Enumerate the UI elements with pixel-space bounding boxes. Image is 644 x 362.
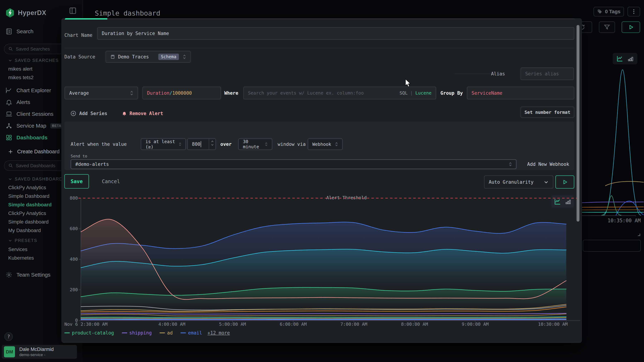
x-tick-label: 9:00:00 AM [462, 322, 489, 327]
text-caret [201, 141, 201, 147]
avatar: DM [4, 346, 15, 357]
circle-plus-icon [70, 110, 76, 117]
saved-searches-header[interactable]: SAVED SEARCHES [8, 58, 59, 63]
x-tick-label: 8:00:00 AM [401, 322, 428, 327]
timeseries-chart[interactable] [78, 197, 580, 323]
run-query-button-background[interactable] [622, 21, 640, 33]
x-tick-label: Nov 6 2:30:00 AM [64, 322, 108, 327]
preset-item-services[interactable]: Services [8, 247, 27, 252]
create-dashboard-button[interactable]: Create Dashboard [8, 149, 60, 155]
add-series-button[interactable]: Add Series [70, 108, 107, 118]
alias-input[interactable]: Series alias [520, 68, 574, 80]
sidebar-item-search[interactable]: Search [5, 28, 34, 35]
sidebar-item-chart-explorer[interactable]: Chart Explorer [5, 87, 51, 94]
data-source-select[interactable]: Demo Traces Schema [106, 51, 191, 63]
saved-dashboard-item[interactable]: Simple dashboard [8, 219, 49, 225]
saved-search-item[interactable]: mikes tets2 [8, 75, 34, 80]
granularity-select[interactable]: Auto Granularity [484, 176, 553, 188]
gear-icon [5, 271, 12, 278]
field-input[interactable]: Duration/1000000 [142, 87, 221, 99]
group-by-label: Group By [440, 87, 464, 99]
saved-dashboard-item[interactable]: ClickPy Analytics [8, 210, 46, 216]
schema-badge[interactable]: Schema [158, 54, 179, 60]
resize-handle-icon[interactable] [636, 232, 641, 237]
chevron-down-icon [8, 58, 12, 62]
help-button[interactable]: ? [4, 332, 13, 341]
bar-chart-icon [627, 55, 634, 62]
tag-icon [597, 9, 602, 14]
sidebar-item-client-sessions[interactable]: Client Sessions [5, 110, 54, 118]
sidebar-item-service-map[interactable]: Service Map BETA [5, 122, 63, 129]
bell-icon [5, 99, 12, 106]
legend-item-email[interactable]: email [180, 330, 202, 336]
kebab-menu-button[interactable] [628, 7, 640, 16]
presets-header[interactable]: PRESETS [8, 238, 37, 243]
remove-alert-button[interactable]: Remove Alert [122, 108, 163, 118]
chart-name-label: Chart Name [64, 29, 92, 41]
user-name: Dale McDiarmid [19, 347, 54, 352]
legend-label: shipping [129, 330, 152, 336]
legend-label: ad [167, 330, 173, 336]
header-divider [83, 0, 83, 18]
series-line-series-16 [81, 319, 566, 320]
saved-dashboard-item[interactable]: ClickPy Analytics [8, 185, 46, 190]
x-tick-label: 4:00:00 AM [158, 322, 185, 327]
alert-suffix: window via [278, 141, 306, 148]
chevron-down-icon [8, 238, 12, 242]
user-menu[interactable]: DM Dale McDiarmid demo-service - [2, 345, 77, 359]
chart-name-input[interactable]: Duration by Service Name [97, 27, 574, 40]
chart-legend: product-catalogshippingademail+12 more [64, 330, 230, 336]
lucene-toggle[interactable]: Lucene [416, 90, 432, 96]
chevron-down-icon [544, 180, 549, 184]
background-chart-type-toggle[interactable] [613, 53, 638, 64]
cancel-button[interactable]: Cancel [99, 174, 122, 188]
saved-dashboard-item-active[interactable]: Simple dashboard [8, 202, 52, 208]
legend-item-ad[interactable]: ad [160, 330, 173, 336]
chevron-up-icon [211, 140, 214, 142]
sidebar-item-team-settings[interactable]: Team Settings [5, 271, 50, 278]
legend-swatch [180, 333, 186, 333]
legend-more-link[interactable]: +12 more [208, 330, 230, 336]
play-icon [562, 180, 568, 185]
sidebar-item-alerts[interactable]: Alerts [5, 99, 30, 106]
legend-label: product-catalog [72, 330, 114, 336]
panel-left-icon [68, 6, 77, 15]
modal-scrollbar[interactable] [576, 25, 580, 221]
alert-window-select[interactable]: 30 minute [238, 139, 272, 150]
alert-operator-select[interactable]: is at least (≥) [141, 139, 186, 150]
saved-dashboard-item[interactable]: Simple Dashboard [8, 193, 49, 199]
preset-item-kubernetes[interactable]: Kubernetes [8, 255, 34, 261]
where-label: Where [222, 87, 240, 99]
alert-config-panel: Alert when the value is at least (≥) 800… [64, 122, 574, 170]
beta-badge: BETA [50, 123, 63, 129]
saved-dashboards-header[interactable]: SAVED DASHBOARDS [8, 177, 66, 181]
sidebar-collapse-button[interactable] [68, 6, 77, 15]
legend-item-shipping[interactable]: shipping [122, 330, 152, 336]
progress-track [107, 19, 574, 19]
database-icon [110, 54, 115, 59]
chevrons-updown-icon [265, 142, 268, 147]
search-icon [8, 163, 13, 168]
send-to-select[interactable]: #demo-alerts [71, 159, 516, 169]
run-chart-button[interactable] [556, 176, 574, 188]
saved-dashboard-item[interactable]: My Dashboard [8, 228, 41, 233]
save-button[interactable]: Save [64, 174, 89, 188]
send-to-label: Send to [71, 153, 87, 159]
filter-button[interactable] [599, 21, 615, 33]
tags-button[interactable]: 0 Tags [594, 7, 624, 16]
number-stepper[interactable] [209, 139, 216, 150]
add-new-webhook-link[interactable]: Add New Webhook [527, 159, 569, 169]
aggregation-select[interactable]: Average [64, 87, 138, 99]
alert-channel-select[interactable]: Webhook [308, 139, 342, 150]
app-logo[interactable]: HyperDX [5, 8, 46, 18]
legend-item-product-catalog[interactable]: product-catalog [64, 330, 114, 336]
sidebar-item-dashboards[interactable]: Dashboards [5, 134, 48, 141]
alias-label: Alias [485, 69, 505, 78]
alert-threshold-input[interactable]: 800 [187, 139, 216, 150]
saved-search-item[interactable]: mikes alert [8, 66, 32, 72]
y-tick-label: 400 [65, 257, 78, 262]
set-number-format-button[interactable]: Set number format [520, 107, 574, 118]
sql-toggle[interactable]: SQL [400, 90, 408, 96]
where-search-input[interactable]: Search your events w/ Lucene ex. column:… [243, 87, 436, 99]
group-by-input[interactable]: ServiceName [467, 87, 574, 99]
